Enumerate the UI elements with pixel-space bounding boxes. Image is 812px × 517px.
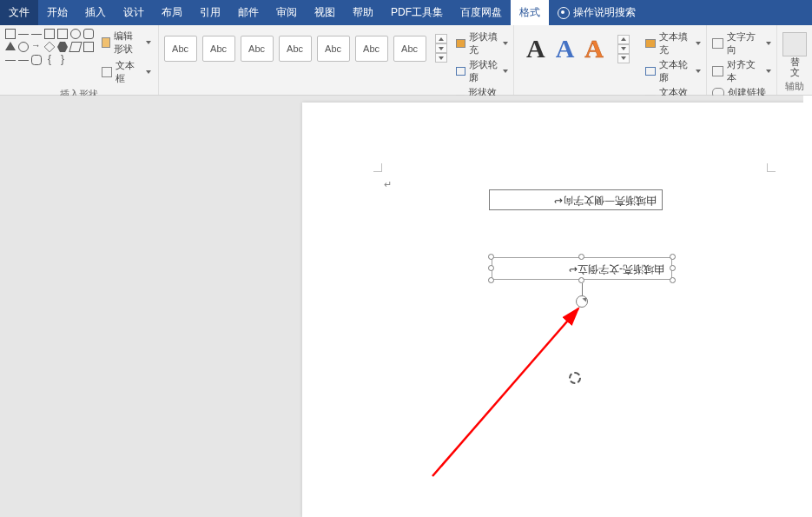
- tell-me-label: 操作说明搜索: [573, 5, 636, 20]
- resize-handle-bm[interactable]: [578, 277, 584, 283]
- resize-handle-br[interactable]: [670, 277, 676, 283]
- chevron-down-icon: [696, 70, 701, 73]
- group-text: 文字方向 对齐文本 创建链接 文本: [707, 25, 777, 95]
- wordart-preset-2[interactable]: A: [556, 34, 575, 63]
- outline-pen-icon: [456, 67, 465, 76]
- resize-handle-tl[interactable]: [488, 254, 494, 260]
- tab-pdf-tools[interactable]: PDF工具集: [382, 0, 452, 25]
- shape-style-gallery[interactable]: Abc Abc Abc Abc Abc Abc Abc: [164, 29, 447, 63]
- align-text-icon: [712, 66, 723, 76]
- resize-handle-ml[interactable]: [488, 265, 494, 271]
- shape-rect2-icon[interactable]: [44, 29, 55, 39]
- shape-line-icon[interactable]: [18, 34, 29, 44]
- style-preset-6[interactable]: Abc: [355, 36, 388, 62]
- wa-expand[interactable]: [617, 54, 630, 63]
- resize-handle-tr[interactable]: [670, 254, 676, 260]
- wa-scroll-down[interactable]: [617, 44, 630, 54]
- alt-text-label-2: 文: [790, 67, 800, 77]
- tab-view[interactable]: 视图: [306, 0, 344, 25]
- chevron-down-icon: [766, 70, 771, 73]
- cursor-spinner-icon: [569, 372, 581, 384]
- shape-fill-label: 形状填充: [469, 30, 498, 56]
- textbox-2-selected[interactable]: 由域渐亮-文字倒立↩: [492, 257, 672, 280]
- shape-brace-right-icon[interactable]: }: [57, 55, 68, 65]
- group-accessibility: 替 文 辅助: [777, 25, 812, 95]
- textbox-1[interactable]: 由域渐亮一侧文字向↩: [489, 189, 663, 210]
- shape-triangle-icon[interactable]: [5, 42, 16, 50]
- fill-bucket-icon: [456, 39, 465, 48]
- shape-gallery[interactable]: { }: [5, 29, 95, 66]
- style-preset-1[interactable]: Abc: [164, 36, 197, 62]
- shape-connector-icon[interactable]: [5, 60, 16, 70]
- document-workspace: ↵ 由域渐亮一侧文字向↩ 由域渐亮-文字倒立↩: [0, 96, 812, 517]
- wa-scroll-up[interactable]: [617, 35, 630, 44]
- tab-home[interactable]: 开始: [38, 0, 76, 25]
- chevron-down-icon: [621, 56, 626, 60]
- rotation-stem: [582, 283, 583, 295]
- wordart-preset-3[interactable]: A: [584, 34, 604, 63]
- gallery-scroll-up[interactable]: [435, 34, 447, 43]
- shape-ellipse-icon[interactable]: [70, 29, 81, 39]
- shape-rrect-icon[interactable]: [83, 29, 94, 39]
- margin-corner-tr: [767, 163, 776, 172]
- tab-design[interactable]: 设计: [115, 0, 153, 25]
- wordart-preset-1[interactable]: A: [526, 34, 545, 63]
- style-preset-2[interactable]: Abc: [202, 36, 235, 62]
- chevron-up-icon: [621, 37, 626, 41]
- rotation-handle[interactable]: [576, 295, 588, 308]
- text-outline-icon: [645, 67, 656, 76]
- align-text-button[interactable]: 对齐文本: [712, 58, 771, 84]
- chevron-down-icon: [146, 70, 151, 74]
- shape-freeform-icon[interactable]: [31, 55, 42, 65]
- shape-hexagon-icon[interactable]: [57, 42, 68, 52]
- wordart-gallery[interactable]: A A A: [519, 29, 637, 63]
- shape-fill-button[interactable]: 形状填充: [456, 30, 508, 56]
- tab-format[interactable]: 格式: [511, 0, 549, 25]
- style-preset-4[interactable]: Abc: [279, 36, 312, 62]
- gallery-scroll-down[interactable]: [435, 43, 447, 53]
- tab-layout[interactable]: 布局: [153, 0, 191, 25]
- edit-shape-label: 编辑形状: [114, 30, 140, 56]
- text-fill-button[interactable]: 文本填充: [645, 30, 701, 56]
- tab-insert[interactable]: 插入: [76, 0, 115, 25]
- shape-rect3-icon[interactable]: [57, 29, 68, 39]
- text-direction-button[interactable]: 文字方向: [712, 30, 771, 56]
- style-preset-5[interactable]: Abc: [317, 36, 350, 62]
- chevron-down-icon: [766, 42, 771, 45]
- text-outline-label: 文本轮廓: [659, 58, 690, 84]
- gallery-expand[interactable]: [435, 53, 447, 63]
- shape-cube-icon[interactable]: [83, 42, 94, 52]
- tab-file[interactable]: 文件: [0, 0, 38, 25]
- document-page[interactable]: ↵ 由域渐亮一侧文字向↩ 由域渐亮-文字倒立↩: [302, 103, 812, 517]
- resize-handle-mr[interactable]: [670, 265, 676, 271]
- shape-brace-left-icon[interactable]: {: [44, 55, 55, 65]
- edit-shape-button[interactable]: 编辑形状: [100, 29, 153, 56]
- tab-bar: 文件 开始 插入 设计 布局 引用 邮件 审阅 视图 帮助 PDF工具集 百度网…: [0, 0, 812, 25]
- alt-text-icon[interactable]: [782, 32, 807, 56]
- shape-curve-icon[interactable]: [18, 60, 29, 70]
- tell-me-search[interactable]: 操作说明搜索: [549, 0, 644, 25]
- textbox-1-text: 由域渐亮一侧文字向↩: [554, 193, 657, 208]
- shape-parallelogram-icon[interactable]: [69, 42, 82, 52]
- tab-help[interactable]: 帮助: [344, 0, 382, 25]
- shape-diamond-icon[interactable]: [44, 42, 56, 53]
- shape-outline-label: 形状轮廓: [469, 58, 498, 84]
- text-fill-label: 文本填充: [659, 30, 690, 56]
- text-outline-button[interactable]: 文本轮廓: [645, 58, 701, 84]
- resize-handle-tm[interactable]: [578, 254, 584, 260]
- tab-mailings[interactable]: 邮件: [229, 0, 267, 25]
- ribbon: { } 编辑形状 文本框 插入形状 Abc Ab: [0, 25, 812, 96]
- tab-baidu-netdisk[interactable]: 百度网盘: [452, 0, 511, 25]
- style-preset-3[interactable]: Abc: [241, 36, 274, 62]
- shape-rect-icon[interactable]: [5, 29, 16, 39]
- group-label: 辅助: [782, 78, 807, 93]
- chevron-down-icon: [503, 70, 508, 73]
- shape-arrow-icon[interactable]: [31, 42, 42, 52]
- tab-review[interactable]: 审阅: [267, 0, 306, 25]
- style-preset-7[interactable]: Abc: [393, 36, 426, 62]
- tab-references[interactable]: 引用: [191, 0, 229, 25]
- chevron-down-icon: [146, 41, 151, 44]
- shape-outline-button[interactable]: 形状轮廓: [456, 58, 508, 84]
- text-box-button[interactable]: 文本框: [100, 58, 153, 86]
- resize-handle-bl[interactable]: [488, 277, 494, 283]
